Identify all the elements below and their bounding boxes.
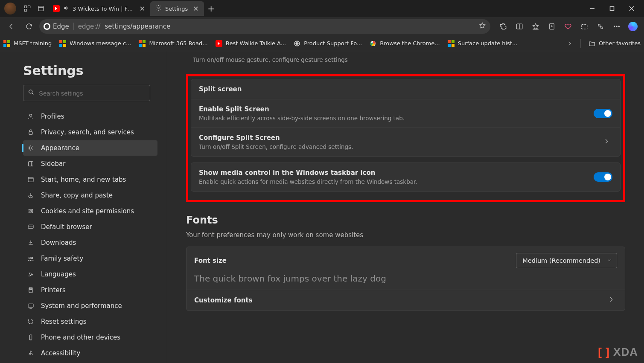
url-path: settings/appearance	[105, 23, 170, 30]
media-desc: Enable quick actions for media websites …	[199, 178, 594, 185]
folder-icon	[589, 40, 595, 47]
bookmark-item[interactable]: Product Support Fo...	[294, 40, 362, 47]
svg-point-39	[31, 257, 33, 259]
maximize-button[interactable]	[602, 0, 622, 17]
nav-label: Printers	[41, 286, 66, 294]
address-bar[interactable]: Edge edge://settings/appearance	[39, 19, 490, 34]
nav-label: Family safety	[41, 255, 83, 262]
bookmark-item[interactable]: Surface update hist...	[448, 40, 518, 47]
nav-item-downloads[interactable]: Downloads	[23, 235, 157, 250]
nav-item-languages[interactable]: Languages	[23, 267, 157, 282]
media-control-card: Show media control in the Windows taskba…	[191, 163, 621, 192]
search-input[interactable]	[39, 90, 146, 97]
settings-search[interactable]	[23, 85, 150, 101]
tab-settings[interactable]: Settings ✕	[150, 1, 204, 16]
svg-rect-7	[610, 7, 614, 11]
nav-icon	[27, 113, 35, 120]
workspaces-icon[interactable]	[20, 0, 34, 17]
nav-item-reset-settings[interactable]: Reset settings	[23, 314, 157, 329]
bookmark-item[interactable]: Best Walkie Talkie A...	[216, 40, 286, 47]
other-favorites[interactable]: Other favorites	[589, 40, 641, 47]
nav-item-phone-and-other-devices[interactable]: Phone and other devices	[23, 330, 157, 345]
fonts-hint: Your font preferences may only work on s…	[186, 231, 625, 239]
nav-item-privacy-search-and-services[interactable]: Privacy, search, and services	[23, 125, 157, 140]
nav-item-system-and-performance[interactable]: System and performance	[23, 298, 157, 314]
nav-item-sidebar[interactable]: Sidebar	[23, 156, 157, 171]
gesture-desc: Turn on/off mouse gesture, configure ges…	[193, 56, 625, 63]
font-size-dropdown[interactable]: Medium (Recommended)	[516, 253, 617, 268]
font-size-row: Font size Medium (Recommended) The quick…	[186, 247, 625, 290]
settings-main: Turn on/off mouse gesture, configure ges…	[167, 51, 644, 363]
screenshot-icon[interactable]	[577, 19, 592, 34]
enable-split-toggle[interactable]	[594, 109, 612, 118]
nav-icon	[27, 176, 35, 183]
chrome-icon	[370, 40, 376, 47]
copilot-icon[interactable]	[625, 19, 641, 34]
close-tab-icon[interactable]: ✕	[138, 4, 147, 14]
svg-line-27	[32, 93, 33, 94]
svg-point-22	[618, 26, 619, 27]
nav-icon	[27, 145, 35, 151]
close-window-button[interactable]	[622, 0, 641, 17]
nav-item-cookies-and-site-permissions[interactable]: Cookies and site permissions	[23, 203, 157, 219]
nav-icon	[27, 239, 35, 246]
tab-title: Settings	[165, 6, 188, 12]
refresh-button[interactable]	[21, 19, 37, 34]
nav-item-printers[interactable]: Printers	[23, 282, 157, 298]
svg-rect-42	[28, 304, 33, 307]
minimize-button[interactable]	[583, 0, 602, 17]
nav-item-default-browser[interactable]: Default browser	[23, 219, 157, 235]
edge-icon	[44, 23, 50, 30]
nav-label: Accessibility	[41, 349, 80, 357]
nav-item-accessibility[interactable]: Accessibility	[23, 346, 157, 361]
nav-label: Downloads	[41, 239, 76, 247]
svg-rect-33	[28, 177, 33, 182]
extensions-icon[interactable]	[495, 19, 511, 34]
nav-item-share-copy-and-paste[interactable]: Share, copy and paste	[23, 188, 157, 203]
new-tab-button[interactable]: +	[204, 1, 219, 16]
site-identity[interactable]: Edge	[44, 23, 74, 30]
enable-split-screen-row: Enable Split Screen Multitask efficientl…	[191, 99, 620, 128]
back-button[interactable]	[3, 19, 19, 34]
nav-item-start-home-and-new-tabs[interactable]: Start, home, and new tabs	[23, 172, 157, 187]
font-preview: The quick brown fox jumps over the lazy …	[194, 273, 617, 284]
nav-item-profiles[interactable]: Profiles	[23, 109, 157, 124]
svg-point-35	[30, 210, 32, 212]
split-screen-header: Split screen	[191, 79, 620, 99]
more-icon[interactable]	[609, 19, 624, 34]
bookmark-item[interactable]: MSFT training	[3, 40, 52, 47]
configure-split-screen-row[interactable]: Configure Split Screen Turn on/off Split…	[191, 128, 620, 156]
content: Settings ProfilesPrivacy, search, and se…	[0, 51, 644, 363]
performance-icon[interactable]	[593, 19, 608, 34]
bookmarks-overflow[interactable]	[567, 41, 573, 46]
svg-rect-0	[24, 6, 26, 8]
media-title: Show media control in the Windows taskba…	[199, 169, 594, 177]
svg-rect-16	[581, 25, 587, 29]
collections-icon[interactable]	[544, 19, 559, 34]
bookmark-item[interactable]: Windows message c...	[59, 40, 131, 47]
heart-icon[interactable]	[560, 19, 576, 34]
svg-point-21	[616, 26, 617, 27]
split-screen-icon[interactable]	[512, 19, 527, 34]
favorites-icon[interactable]	[528, 19, 543, 34]
edge-label: Edge	[53, 23, 69, 30]
fonts-card: Font size Medium (Recommended) The quick…	[186, 247, 625, 311]
tab-volume-icon[interactable]	[63, 5, 69, 12]
tab-youtube[interactable]: 3 Wickets To Win | Final ... ✕	[48, 1, 150, 16]
nav-icon	[27, 224, 35, 230]
gear-icon	[155, 5, 162, 12]
customize-fonts-row[interactable]: Customize fonts	[186, 290, 625, 311]
nav-item-appearance[interactable]: Appearance	[23, 140, 157, 156]
bookmark-item[interactable]: Browse the Chrome...	[370, 40, 440, 47]
bookmark-item[interactable]: Microsoft 365 Road...	[139, 40, 207, 47]
nav-item-family-safety[interactable]: Family safety	[23, 251, 157, 266]
media-control-toggle[interactable]	[594, 172, 612, 182]
tab-actions-icon[interactable]	[34, 0, 48, 17]
youtube-icon	[53, 5, 60, 12]
bookmark-label: Browse the Chrome...	[380, 40, 440, 46]
chevron-down-icon	[606, 257, 612, 264]
close-tab-icon[interactable]: ✕	[191, 4, 200, 14]
bookmark-label: Best Walkie Talkie A...	[226, 40, 286, 46]
profile-avatar[interactable]	[4, 3, 16, 15]
favorite-star-icon[interactable]	[478, 22, 486, 31]
